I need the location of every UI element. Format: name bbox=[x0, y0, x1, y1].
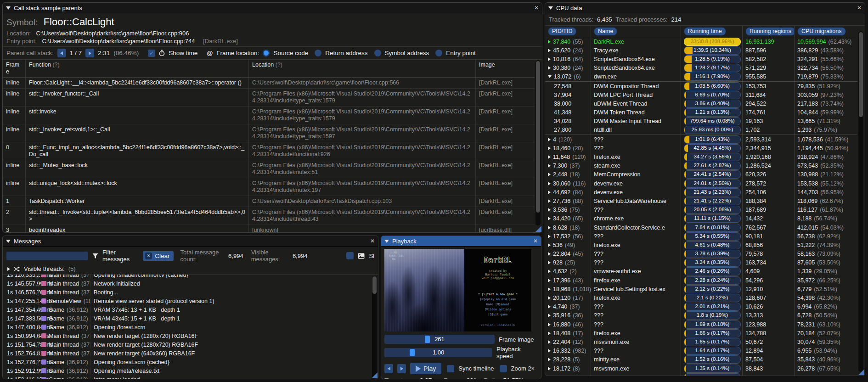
callstack-row[interactable]: inlinestd::_Mutex_base::lockC:\Program F… bbox=[3, 160, 535, 178]
radio-source-code-label[interactable]: Source code bbox=[273, 50, 308, 56]
expand-icon[interactable] bbox=[548, 314, 551, 317]
col-cpu-migrations[interactable]: CPU migrations bbox=[797, 27, 846, 36]
messages-titlebar[interactable]: Messages ✕ bbox=[3, 236, 378, 247]
cpu-row[interactable]: 38,000uDWM Event Thread3.86 s (0.40%)294… bbox=[545, 99, 857, 108]
cpu-row[interactable]: 17,532(56)???5.34 s (0.55%)90,18156,738(… bbox=[545, 232, 857, 241]
expand-icon[interactable] bbox=[548, 279, 551, 282]
col-running-time[interactable]: Running time bbox=[684, 27, 726, 36]
message-row[interactable]: 1s 147,400,846nsGame(36,912)Opening /for… bbox=[3, 323, 378, 331]
cpu-row[interactable]: 30,060(116)devenv.exe24.01 s (2.50%)278,… bbox=[545, 179, 857, 188]
message-row[interactable]: 1s 147,255,145nsRemoteView(18,796)Remote… bbox=[3, 297, 378, 305]
zoom-2x-label[interactable]: Zoom 2× bbox=[511, 365, 535, 372]
playback-speed-slider[interactable]: 1.00 bbox=[384, 348, 492, 357]
collapse-icon[interactable] bbox=[548, 6, 553, 10]
cpu-row[interactable]: 11,648(120)firefox.exe34.27 s (3.56%)1,9… bbox=[545, 152, 857, 161]
expand-icon[interactable] bbox=[548, 287, 551, 291]
cpu-row[interactable]: 37,904DWM LPC Port Thread6.69 s (0.70%)3… bbox=[545, 90, 857, 99]
prev-frame-button[interactable] bbox=[384, 364, 393, 373]
callstack-row[interactable]: 3beginthreadex[unknown][ucrtbase.dll] bbox=[3, 225, 535, 233]
cpu-row[interactable]: 22,804(45)???3.78 s (0.39%)79,57858,163(… bbox=[545, 250, 857, 258]
message-list[interactable]: 1s 120,335,272nsMain thread(37,812)Openi… bbox=[3, 274, 378, 379]
callstack-titlebar[interactable]: Call stack sample parents ✕ bbox=[3, 3, 542, 13]
radio-entry-point-label[interactable]: Entry point bbox=[446, 50, 476, 56]
message-row[interactable]: 1s 152,764,817nsMain thread(37,812)New r… bbox=[3, 349, 378, 358]
cpu-row[interactable]: 22,404(12)msvsmon.exe1.65 s (0.17%)50,67… bbox=[545, 337, 857, 346]
collapse-icon[interactable] bbox=[384, 240, 389, 243]
close-icon[interactable]: ✕ bbox=[857, 5, 862, 11]
close-icon[interactable]: ✕ bbox=[370, 238, 375, 244]
cpu-titlebar[interactable]: CPU data ✕ bbox=[545, 3, 865, 13]
cpu-row[interactable]: 536(49)firefox.exe4.61 s (0.48%)68,85651… bbox=[545, 241, 857, 249]
cpu-row[interactable]: 2,448(18)MemCompression24.41 s (2.54%)62… bbox=[545, 170, 857, 179]
cpu-row[interactable]: 18,968(1,018)ServiceHub.SettingsHost.ex2… bbox=[545, 285, 857, 293]
close-icon[interactable]: ✕ bbox=[533, 238, 538, 244]
cpu-row[interactable]: 44,692(84)devenv.exe21.43 s (2.23%)254,1… bbox=[545, 188, 857, 197]
callstack-row[interactable]: 2std::thread::_Invoke<std::tuple<<lambda… bbox=[3, 207, 535, 225]
next-frame-button[interactable] bbox=[397, 364, 406, 373]
expand-icon[interactable] bbox=[548, 40, 551, 44]
radio-return-address[interactable] bbox=[315, 50, 321, 56]
visible-threads-label[interactable]: Visible threads: bbox=[24, 265, 65, 272]
callstack-row[interactable]: inlinestd::_Invoker_functor::_CallC:\Pro… bbox=[3, 89, 535, 107]
callstack-row[interactable]: inlinestd::unique_lock<std::mutex>::lock… bbox=[3, 178, 535, 196]
expand-icon[interactable] bbox=[548, 173, 551, 176]
expand-icon[interactable] bbox=[548, 75, 552, 78]
col-pid-tid[interactable]: PID/TID bbox=[548, 27, 576, 36]
callstack-row[interactable]: 1TaskDispatch::WorkerC:\Users\wolf\Deskt… bbox=[3, 196, 535, 207]
expand-icon[interactable] bbox=[548, 323, 551, 326]
cpu-row[interactable]: 18,460(20)???42.85 s (4.45%)2,344,9151,1… bbox=[545, 144, 857, 152]
resize-grip[interactable] bbox=[372, 372, 378, 378]
cpu-row[interactable]: 27,736(88)ServiceHub.DataWarehouse21.41 … bbox=[545, 197, 857, 205]
message-row[interactable]: 1s 150,994,64nsMain thread(37,812)New re… bbox=[3, 331, 378, 340]
cpu-row[interactable]: 30,380(24)ScriptedSandbox64.exe1:28.2 (9… bbox=[545, 64, 857, 73]
radio-symbol-address[interactable] bbox=[374, 50, 381, 56]
cpu-row[interactable]: 10,816(64)ScriptedSandbox64.exe1:28.5 (9… bbox=[545, 55, 857, 63]
cpu-row[interactable]: 28,228(5)mintty.exe1.52 s (0.16%)87,5043… bbox=[545, 355, 857, 364]
cpu-scrollbar[interactable] bbox=[858, 31, 863, 372]
cpu-row[interactable]: 35,916(36)???1.8 s (0.19%)13,3136,728(50… bbox=[545, 311, 857, 320]
cpu-row[interactable]: 7,300(37)steam.exe27.61 s (2.87%)1,286,5… bbox=[545, 162, 857, 170]
playback-titlebar[interactable]: Playback ✕ bbox=[381, 236, 541, 247]
cpu-row[interactable]: 4,632(2)vmware-authd.exe2.46 s (0.26%)4,… bbox=[545, 267, 857, 276]
expand-icon[interactable] bbox=[548, 164, 551, 168]
message-row[interactable]: 1s 146,576,766nsMain thread(37,812)Booti… bbox=[3, 288, 378, 297]
col-image[interactable]: Image bbox=[476, 60, 535, 77]
collapse-icon[interactable] bbox=[6, 6, 11, 10]
message-row[interactable]: 1s 152,776,777nsGame(36,912)Opening /for… bbox=[3, 358, 378, 366]
collapse-icon[interactable] bbox=[6, 240, 11, 243]
callstack-scrollbar[interactable] bbox=[535, 60, 541, 225]
sync-timeline-checkbox[interactable] bbox=[447, 365, 454, 372]
expand-icon[interactable] bbox=[548, 217, 551, 220]
expand-icon[interactable] bbox=[548, 226, 551, 230]
prev-callstack-button[interactable] bbox=[57, 49, 66, 57]
expand-icon[interactable] bbox=[548, 358, 551, 361]
frame-image-slider[interactable]: 261 bbox=[384, 335, 495, 344]
show-time-label[interactable]: Show time bbox=[169, 50, 197, 56]
expand-icon[interactable] bbox=[548, 182, 551, 185]
expand-icon[interactable] bbox=[548, 199, 551, 203]
cpu-row[interactable]: 37,840(55)DarkRL.exe33:30.8 (208.96%)16,… bbox=[545, 37, 857, 46]
show-images-checkbox[interactable] bbox=[346, 252, 354, 259]
expand-icon[interactable] bbox=[548, 305, 551, 309]
cpu-row[interactable]: 13,072(6)dwm.exe1:16.1 (7.90%)955,585719… bbox=[545, 73, 857, 81]
expand-icon[interactable] bbox=[548, 146, 551, 150]
cpu-row[interactable]: 34,420(65)chrome.exe11.11 s (1.15%)14,43… bbox=[545, 214, 857, 223]
show-images-label[interactable]: Sl bbox=[369, 253, 374, 259]
zoom-2x-checkbox[interactable] bbox=[500, 365, 507, 372]
show-time-checkbox[interactable]: ✓ bbox=[148, 50, 155, 57]
cpu-row[interactable]: 16,332(982)???1.64 s (0.17%)12,8946,955(… bbox=[545, 347, 857, 355]
clear-button[interactable]: ✕ Clear bbox=[143, 251, 173, 261]
message-row[interactable]: 1s 153,116,37nsGame(36,912)Intro menu lo… bbox=[3, 375, 378, 379]
cpu-row[interactable]: 45,620(24)Tracy.exe1:39.5 (10.34%)887,59… bbox=[545, 46, 857, 55]
callstack-row[interactable]: 0std::_Func_impl_no_alloc<<lambda_5bc224… bbox=[3, 142, 535, 160]
expand-icon[interactable] bbox=[548, 331, 551, 335]
expand-icon[interactable] bbox=[548, 340, 551, 344]
filter-messages-label[interactable]: Filter messages bbox=[102, 249, 135, 263]
resize-grip[interactable] bbox=[535, 226, 541, 232]
message-row[interactable]: 1s 120,335,272nsMain thread(37,812)Openi… bbox=[3, 274, 378, 279]
expand-icon[interactable] bbox=[548, 243, 551, 247]
expand-icon[interactable] bbox=[548, 191, 551, 194]
cpu-row[interactable] bbox=[545, 373, 857, 376]
cpu-row[interactable]: 928(25)???3.34 s (0.35%)163,73487,605(53… bbox=[545, 258, 857, 267]
sync-timeline-label[interactable]: Sync timeline bbox=[458, 365, 494, 372]
